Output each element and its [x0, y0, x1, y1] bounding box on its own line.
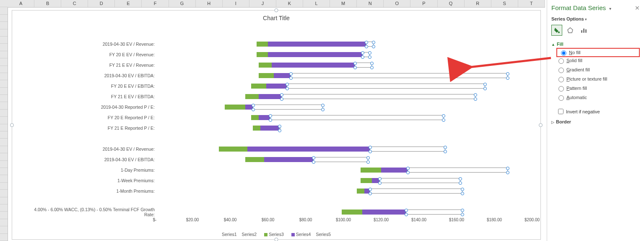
fill-radio[interactable] [561, 50, 566, 56]
row-header[interactable] [0, 22, 8, 29]
data-point-handle[interactable] [474, 97, 477, 101]
row-header[interactable] [0, 197, 8, 204]
series5-segment-selected[interactable] [406, 210, 462, 215]
category-axis-label[interactable]: 1-Week Premiums: [29, 178, 155, 183]
series3-segment[interactable] [357, 189, 364, 194]
series5-segment-selected[interactable] [362, 52, 370, 57]
fill-radio[interactable] [558, 95, 564, 101]
data-point-handle[interactable] [378, 181, 382, 185]
category-axis-label[interactable]: FY 21 E EV / Revenue: [29, 63, 155, 68]
series3-segment[interactable] [259, 63, 272, 68]
category-axis-label[interactable]: 4.00% - 6.00% WACC, (0.13%) - 0.50% Term… [29, 207, 155, 217]
row-header[interactable] [0, 88, 8, 95]
data-point-handle[interactable] [289, 72, 293, 76]
data-point-handle[interactable] [461, 213, 464, 216]
row-header[interactable] [0, 80, 8, 87]
category-axis-label[interactable]: FY 20 E Reported P / E: [29, 115, 155, 120]
series3-segment[interactable] [257, 42, 268, 47]
series5-segment-selected[interactable] [370, 189, 462, 194]
selection-handle[interactable] [10, 123, 14, 127]
series3-segment[interactable] [257, 52, 268, 57]
data-point-handle[interactable] [353, 62, 357, 65]
category-axis-label[interactable]: 1-Day Premiums: [29, 168, 155, 173]
column-header[interactable]: P [410, 0, 437, 7]
series5-segment-selected[interactable] [313, 157, 368, 162]
row-header[interactable] [0, 7, 8, 14]
data-point-handle[interactable] [286, 87, 289, 90]
data-point-handle[interactable] [444, 150, 447, 153]
series-options-icon[interactable] [578, 25, 589, 36]
data-point-handle[interactable] [506, 171, 509, 174]
data-point-handle[interactable] [365, 45, 368, 48]
data-point-handle[interactable] [289, 76, 293, 80]
legend[interactable]: Series1Series2Series3Series4Series5 [12, 232, 540, 237]
row-header[interactable] [0, 37, 8, 44]
data-point-handle[interactable] [368, 55, 371, 59]
column-header[interactable]: A [8, 0, 34, 7]
category-axis-label[interactable]: FY 21 E EV / EBITDA: [29, 94, 155, 99]
data-point-handle[interactable] [361, 51, 364, 55]
close-icon[interactable]: ✕ [635, 5, 640, 11]
invert-if-negative-checkbox-row[interactable]: Invert if negative [551, 106, 640, 117]
fill-option-automatic[interactable]: Automatic [556, 93, 640, 102]
column-header[interactable]: B [34, 0, 61, 7]
row-header[interactable] [0, 190, 8, 197]
series5-segment-selected[interactable] [408, 168, 508, 173]
data-point-handle[interactable] [369, 150, 372, 153]
row-number-gutter[interactable] [0, 0, 8, 241]
column-header[interactable]: O [384, 0, 410, 7]
category-axis-label[interactable]: 2019-04-30 EV / EBITDA: [29, 73, 155, 78]
column-header[interactable]: J [249, 0, 276, 7]
border-section-header[interactable]: ▷Border [551, 119, 640, 124]
data-point-handle[interactable] [286, 83, 289, 86]
data-point-handle[interactable] [312, 160, 315, 164]
bar-row[interactable] [155, 168, 532, 173]
fill-option-solid-fill[interactable]: Solid fill [556, 56, 640, 65]
series3-segment[interactable] [251, 84, 266, 89]
row-header[interactable] [0, 0, 8, 7]
embedded-chart[interactable]: Chart Title 2019-04-30 EV / Revenue:FY 2… [12, 10, 541, 240]
series3-segment[interactable] [219, 147, 247, 152]
data-point-handle[interactable] [405, 209, 408, 212]
column-header[interactable]: S [491, 0, 518, 7]
data-point-handle[interactable] [378, 177, 382, 181]
series5-segment-selected[interactable] [279, 126, 280, 131]
row-header[interactable] [0, 161, 8, 168]
row-header[interactable] [0, 153, 8, 160]
legend-item[interactable]: Series5 [316, 232, 331, 237]
data-point-handle[interactable] [406, 167, 410, 170]
data-point-handle[interactable] [444, 146, 447, 149]
legend-item[interactable]: Series4 [289, 232, 311, 237]
category-axis-label[interactable]: 2019-04-30 EV / Revenue: [29, 147, 155, 152]
series3-segment[interactable] [245, 157, 264, 162]
column-header[interactable]: F [142, 0, 169, 7]
row-header[interactable] [0, 110, 8, 117]
data-point-handle[interactable] [280, 97, 283, 101]
category-axis-label[interactable]: 1-Month Premiums: [29, 189, 155, 194]
data-point-handle[interactable] [312, 156, 315, 160]
bar-row[interactable] [155, 210, 532, 215]
row-header[interactable] [0, 95, 8, 102]
series4-segment[interactable] [268, 52, 362, 57]
series4-segment[interactable] [260, 126, 279, 131]
legend-item[interactable]: Series1 [222, 232, 237, 237]
column-header[interactable]: E [115, 0, 142, 7]
category-axis-label[interactable]: FY 20 E EV / EBITDA: [29, 84, 155, 89]
series3-segment[interactable] [361, 168, 382, 173]
row-header[interactable] [0, 73, 8, 80]
category-axis-label[interactable]: FY 20 E EV / Revenue: [29, 52, 155, 57]
data-point-handle[interactable] [269, 114, 272, 118]
legend-item[interactable]: Series3 [262, 232, 284, 237]
bar-row[interactable] [155, 105, 532, 110]
column-header[interactable]: I [223, 0, 249, 7]
row-header[interactable] [0, 131, 8, 139]
series4-segment[interactable] [272, 63, 355, 68]
category-axis-label[interactable]: FY 21 E Reported P / E: [29, 126, 155, 131]
series5-segment-selected[interactable] [281, 94, 476, 99]
column-header[interactable]: C [61, 0, 88, 7]
series5-segment-selected[interactable] [287, 84, 485, 89]
data-point-handle[interactable] [474, 93, 477, 97]
data-point-handle[interactable] [278, 125, 281, 128]
data-point-handle[interactable] [461, 209, 464, 212]
series4-segment[interactable] [268, 42, 366, 47]
